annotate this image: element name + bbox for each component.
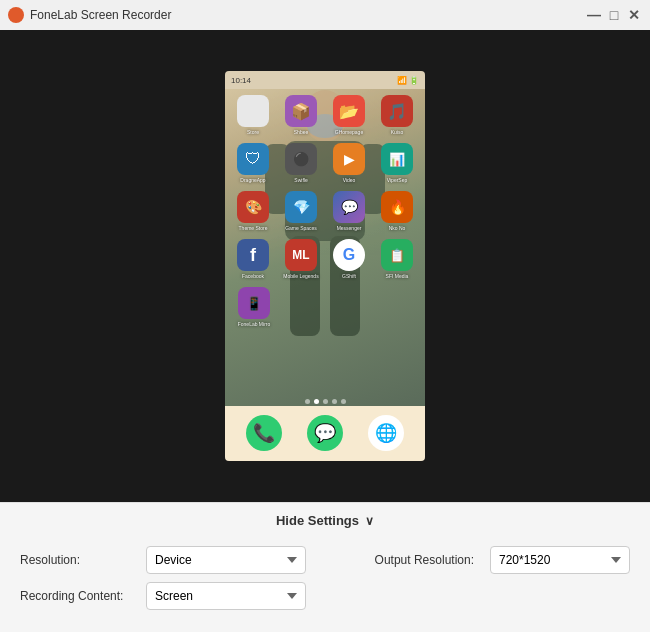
output-resolution-select[interactable]: 720*1520 [490,546,630,574]
main-area: 10:14 📶 🔋 [0,30,650,502]
close-button[interactable]: ✕ [626,7,642,23]
phone-screen: 10:14 📶 🔋 [225,71,425,461]
list-item: 📋 SFI Media [376,239,418,279]
app-title: FoneLab Screen Recorder [30,8,171,22]
dock-messages: 💬 [304,415,346,453]
list-item: 📱 FoneLab Mirro [233,287,275,327]
output-resolution-label: Output Resolution: [375,553,474,567]
list-item: 📦 Shbee [280,95,322,135]
pager-dot [323,399,328,404]
phone-dock: 📞 💬 🌐 [225,406,425,461]
title-bar-controls: — □ ✕ [586,7,642,23]
hide-settings-button[interactable]: Hide Settings ∨ [0,502,650,538]
minimize-button[interactable]: — [586,7,602,23]
dock-phone: 📞 [243,415,285,453]
pager-dot [332,399,337,404]
recording-content-label: Recording Content: [20,589,130,603]
list-item: 🎨 Theme Store [232,191,274,231]
pager-dot [305,399,310,404]
list-item: 🛡 DragneApp [232,143,274,183]
phone-apps-grid: Store 📦 Shbee 📂 GHomepage [225,89,425,329]
list-item: 🔥 Nko No [376,191,418,231]
pager-dot-active [314,399,319,404]
title-bar: FoneLab Screen Recorder — □ ✕ [0,0,650,30]
resolution-select[interactable]: Device [146,546,306,574]
settings-row-2: Recording Content: Screen [20,582,630,610]
list-item: 💬 Messenger [328,191,370,231]
list-item: ML Mobile Legends [280,239,322,279]
chevron-down-icon: ∨ [365,514,374,528]
app-icon [8,7,24,23]
phone-preview: 10:14 📶 🔋 [225,71,425,461]
list-item: G GShift [328,239,370,279]
list-item: 💎 Game Spaces [280,191,322,231]
settings-content: Resolution: Device Output Resolution: 72… [0,538,650,626]
list-item: ⚫ Swifle [280,143,322,183]
list-item: f Facebook [232,239,274,279]
list-item: 🎵 Kuiso [376,95,418,135]
pager-dot [341,399,346,404]
list-item: ▶ Video [328,143,370,183]
settings-panel: Hide Settings ∨ Resolution: Device Outpu… [0,502,650,632]
list-item: 📊 ViperSep [376,143,418,183]
dock-chrome: 🌐 [365,415,407,453]
pager-dots [225,399,425,404]
maximize-button[interactable]: □ [606,7,622,23]
list-item: Store [232,95,274,135]
title-bar-left: FoneLab Screen Recorder [8,7,171,23]
recording-content-select[interactable]: Screen [146,582,306,610]
settings-row-1: Resolution: Device Output Resolution: 72… [20,546,630,574]
resolution-label: Resolution: [20,553,130,567]
list-item: 📂 GHomepage [328,95,370,135]
hide-settings-label: Hide Settings [276,513,359,528]
